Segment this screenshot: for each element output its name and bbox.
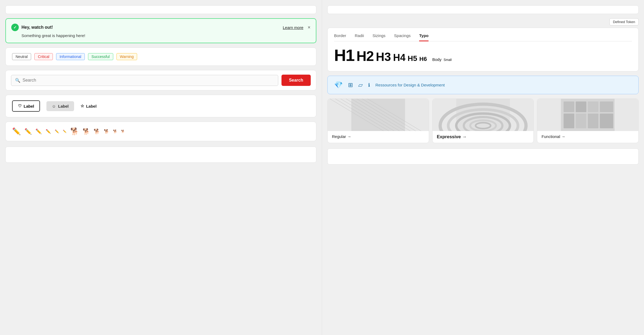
badges-card: Neutral Critical Informational Successfu… xyxy=(5,48,316,66)
svg-rect-22 xyxy=(576,114,587,128)
filled-gray-button[interactable]: ☺ Label xyxy=(46,101,74,111)
badge-neutral: Neutral xyxy=(12,53,31,60)
check-icon: ✓ xyxy=(11,24,19,31)
typo-nav: Border Radii Sizings Spacings Typo xyxy=(334,33,632,41)
badge-warning: Warning xyxy=(116,53,137,60)
learn-more-link[interactable]: Learn more xyxy=(283,25,303,30)
dog-icon-2: 🐕 xyxy=(83,128,90,135)
heading-h5: H5 xyxy=(408,54,417,63)
alert-card: ✓ Hey, watch out! Learn more × Something… xyxy=(5,18,316,43)
pencil-icon-4: ✏️ xyxy=(46,129,51,134)
dog-icon-1: 🐕 xyxy=(70,127,79,136)
heading-h1: H1 xyxy=(334,46,354,65)
diamond-icon: 💎 xyxy=(334,81,343,89)
heading-h6: H6 xyxy=(419,56,427,63)
alert-title: Hey, watch out! xyxy=(21,25,53,30)
theme-card-functional[interactable]: Functional → xyxy=(537,99,639,143)
regular-label: Regular → xyxy=(328,131,429,142)
theme-cards-row: Regular → Expressive → xyxy=(327,99,639,143)
tab-spacings[interactable]: Spacings xyxy=(394,33,411,41)
heart-icon: ♡ xyxy=(18,104,21,108)
layout-icon: ▱ xyxy=(358,82,363,89)
svg-rect-23 xyxy=(588,114,599,128)
badge-row: Neutral Critical Informational Successfu… xyxy=(12,53,310,60)
pencil-icon-1: ✏️ xyxy=(12,127,21,136)
pencil-icon-2: ✏️ xyxy=(24,128,32,135)
tab-sizings[interactable]: Sizings xyxy=(372,33,385,41)
small-label: Small xyxy=(444,58,452,62)
svg-rect-24 xyxy=(600,114,613,128)
outlined-button[interactable]: ♡ Label xyxy=(12,100,40,112)
bottom-stub-left xyxy=(5,147,316,163)
heading-h2: H2 xyxy=(356,48,374,64)
svg-rect-17 xyxy=(564,101,575,112)
figma-icon: ⊞ xyxy=(348,82,353,89)
pencil-icon-3: ✏️ xyxy=(35,128,42,134)
resources-card: 💎 ⊞ ▱ ℹ Ressources for Design & Developm… xyxy=(327,76,639,94)
dog-icon-4: 🐕 xyxy=(104,129,109,134)
theme-card-regular-image xyxy=(328,99,429,131)
search-button[interactable]: Search xyxy=(281,75,311,86)
top-stub-left xyxy=(5,5,316,14)
theme-card-functional-image xyxy=(537,99,638,131)
search-input-wrap: 🔍 xyxy=(11,75,278,86)
icons-card: ✏️ ✏️ ✏️ ✏️ ✏️ ✏️ 🐕 🐕 🐕 🐕 🐕 🐕 xyxy=(5,122,316,141)
smiley-icon: ☺ xyxy=(52,104,56,108)
pencil-icon-5: ✏️ xyxy=(55,129,59,133)
theme-card-expressive-image xyxy=(433,99,534,131)
expressive-label: Expressive → xyxy=(433,131,534,143)
search-input[interactable] xyxy=(23,78,274,83)
badge-successful: Successful xyxy=(88,53,113,60)
dog-icon-5: 🐕 xyxy=(113,129,117,133)
dog-icon-6: 🐕 xyxy=(121,130,125,133)
tab-border[interactable]: Border xyxy=(334,33,346,41)
top-stub-right xyxy=(327,5,639,14)
badge-critical: Critical xyxy=(34,53,53,60)
search-card: 🔍 Search xyxy=(5,70,316,90)
resources-link[interactable]: Ressources for Design & Development xyxy=(375,83,445,87)
svg-rect-18 xyxy=(576,101,587,112)
theme-card-expressive[interactable]: Expressive → xyxy=(432,99,534,143)
pencil-icon-6: ✏️ xyxy=(63,130,67,133)
text-button[interactable]: ☆ Label xyxy=(80,104,97,108)
svg-rect-21 xyxy=(564,114,575,128)
svg-rect-20 xyxy=(600,101,613,112)
dog-icon-3: 🐕 xyxy=(94,128,100,134)
heading-h4: H4 xyxy=(393,52,405,63)
heading-h3: H3 xyxy=(376,50,391,64)
star-icon: ☆ xyxy=(80,104,84,108)
functional-label: Functional → xyxy=(537,131,638,142)
badge-informational: Informational xyxy=(56,53,85,60)
typography-card: Border Radii Sizings Spacings Typo H1 H2… xyxy=(327,28,639,71)
tab-radii[interactable]: Radii xyxy=(355,33,364,41)
search-icon: 🔍 xyxy=(15,78,20,83)
info-icon: ℹ xyxy=(368,82,370,88)
bottom-stub-right xyxy=(327,148,639,165)
defined-token-badge: Defined Token xyxy=(609,18,639,26)
tab-typo[interactable]: Typo xyxy=(419,33,429,41)
body-label: Body xyxy=(432,57,441,62)
svg-rect-19 xyxy=(588,101,599,112)
close-button[interactable]: × xyxy=(308,25,310,30)
typo-display: H1 H2 H3 H4 H5 H6 Body Small xyxy=(334,46,632,65)
buttons-card: ♡ Label ☺ Label ☆ Label xyxy=(5,95,316,117)
theme-card-regular[interactable]: Regular → xyxy=(327,99,429,143)
alert-body: Something great is happening here! xyxy=(11,33,310,38)
